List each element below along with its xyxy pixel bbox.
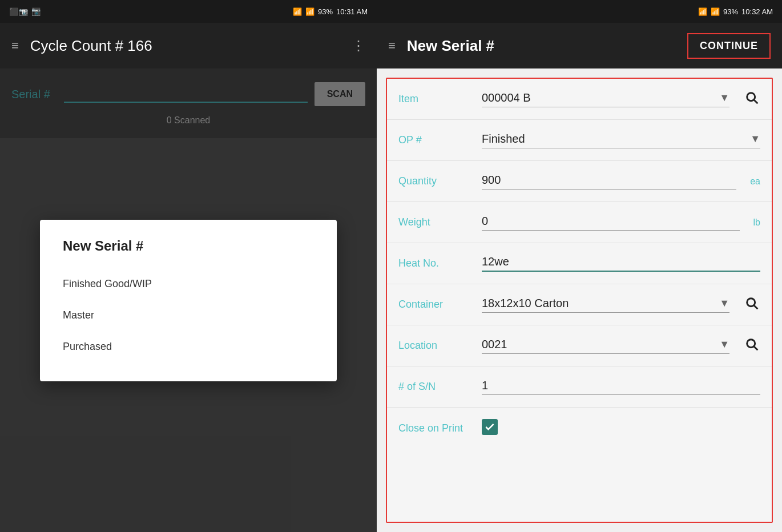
left-app-bar: ≡ Cycle Count # 166 ⋮	[0, 23, 377, 68]
weight-unit: lb	[753, 217, 760, 228]
left-app-title: Cycle Count # 166	[30, 37, 340, 55]
svg-point-4	[747, 340, 755, 348]
left-panel: ⊞ 📷 ⬛ 📶 📶 93% 10:31 AM ≡ Cycle Count # 1…	[0, 0, 377, 532]
item-value: 000004 B	[482, 91, 715, 104]
right-camera-icon: 📷	[31, 7, 41, 16]
right-app-title: New Serial #	[407, 37, 676, 55]
close-on-print-row: Close on Print	[387, 408, 772, 449]
continue-button[interactable]: CONTINUE	[687, 33, 771, 59]
op-dropdown-arrow[interactable]: ▼	[750, 133, 760, 145]
time-label: 10:31 AM	[336, 7, 368, 16]
location-value-wrap: 0021 ▼	[482, 338, 729, 354]
svg-line-3	[754, 305, 757, 309]
close-on-print-label: Close on Print	[398, 422, 473, 434]
close-on-print-checkbox[interactable]	[482, 419, 498, 435]
dialog-item-1[interactable]: Finished Good/WIP	[63, 270, 314, 298]
item-label: Item	[398, 93, 473, 105]
item-search-button[interactable]	[744, 90, 760, 108]
left-status-bar: ⊞ 📷 ⬛ 📶 📶 93% 10:31 AM	[0, 0, 377, 23]
left-more-icon[interactable]: ⋮	[352, 38, 365, 54]
sn-count-value: 1	[482, 379, 760, 392]
dialog-item-3[interactable]: Purchased	[63, 333, 314, 361]
right-signal-icon: 📶	[711, 7, 720, 16]
sn-count-label: # of S/N	[398, 381, 473, 393]
svg-point-2	[747, 299, 755, 307]
dialog-item-2[interactable]: Master	[63, 301, 314, 329]
right-status-icons: ⬛ ⊞ 📷	[9, 7, 41, 16]
left-menu-icon[interactable]: ≡	[11, 38, 19, 53]
svg-point-0	[747, 93, 755, 101]
location-value: 0021	[482, 338, 715, 351]
op-value-wrap: Finished ▼	[482, 132, 760, 148]
quantity-value: 900	[482, 174, 736, 187]
right-status-right: 📶 📶 93% 10:32 AM	[698, 7, 773, 16]
op-row: OP # Finished ▼	[387, 120, 772, 161]
container-value-wrap: 18x12x10 Carton ▼	[482, 297, 729, 313]
weight-value-wrap: 0	[482, 215, 740, 231]
svg-line-5	[754, 346, 757, 350]
weight-label: Weight	[398, 216, 473, 228]
weight-value: 0	[482, 215, 740, 228]
signal-icon: 📶	[305, 7, 315, 16]
right-app-bar: ≡ New Serial # CONTINUE	[377, 23, 782, 68]
right-phone-icon: ⬛	[9, 7, 18, 16]
container-row: Container 18x12x10 Carton ▼	[387, 284, 772, 325]
weight-row: Weight 0 lb	[387, 202, 772, 243]
op-label: OP #	[398, 134, 473, 146]
dialog-box: New Serial # Finished Good/WIP Master Pu…	[40, 220, 337, 381]
right-grid-icon: ⊞	[22, 7, 28, 16]
right-status-bar: ⬛ ⊞ 📷 📶 📶 93% 10:32 AM	[377, 0, 782, 23]
quantity-label: Quantity	[398, 175, 473, 187]
op-value: Finished	[482, 132, 745, 146]
heat-row: Heat No. 12we	[387, 243, 772, 284]
heat-value-wrap: 12we	[482, 255, 760, 272]
container-dropdown-arrow[interactable]: ▼	[719, 297, 729, 309]
close-on-print-value-wrap	[482, 419, 760, 437]
sn-count-row: # of S/N 1	[387, 366, 772, 408]
heat-label: Heat No.	[398, 257, 473, 269]
container-value: 18x12x10 Carton	[482, 297, 715, 310]
dialog-title: New Serial #	[63, 238, 314, 254]
right-time-label: 10:32 AM	[741, 7, 773, 16]
container-search-button[interactable]	[744, 296, 760, 313]
right-battery-label: 93%	[723, 7, 738, 16]
location-label: Location	[398, 340, 473, 352]
location-search-button[interactable]	[744, 337, 760, 354]
item-dropdown-arrow[interactable]: ▼	[719, 92, 729, 104]
location-dropdown-arrow[interactable]: ▼	[719, 338, 729, 350]
item-row: Item 000004 B ▼	[387, 79, 772, 120]
right-wifi-icon: 📶	[698, 7, 707, 16]
container-label: Container	[398, 299, 473, 311]
wifi-icon: 📶	[293, 7, 302, 16]
right-menu-icon[interactable]: ≡	[388, 38, 396, 53]
location-row: Location 0021 ▼	[387, 325, 772, 366]
item-value-wrap: 000004 B ▼	[482, 91, 729, 107]
dialog-overlay: New Serial # Finished Good/WIP Master Pu…	[0, 68, 377, 532]
quantity-value-wrap: 900	[482, 174, 736, 190]
quantity-unit: ea	[750, 176, 760, 187]
sn-count-value-wrap: 1	[482, 379, 760, 395]
heat-value[interactable]: 12we	[482, 255, 760, 268]
quantity-row: Quantity 900 ea	[387, 161, 772, 202]
new-serial-form: Item 000004 B ▼ OP # Finished ▼ Quantity	[386, 78, 773, 523]
left-status-right: 📶 📶 93% 10:31 AM	[293, 7, 368, 16]
battery-label: 93%	[318, 7, 333, 16]
svg-line-1	[754, 100, 757, 103]
right-panel: ⬛ ⊞ 📷 📶 📶 93% 10:32 AM ≡ New Serial # CO…	[377, 0, 782, 532]
